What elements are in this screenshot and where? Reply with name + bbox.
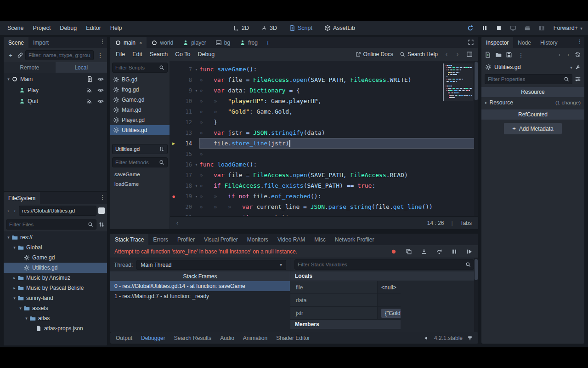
- dock-menu-icon[interactable]: ⋮: [575, 37, 584, 46]
- workspace-3d[interactable]: 3D: [261, 25, 277, 31]
- code-minimap[interactable]: [443, 63, 473, 101]
- resource-group-row[interactable]: ▸ Resource (1 change): [481, 97, 584, 108]
- stack-frame[interactable]: 0 - res://Global/Utilities.gd:14 - at fu…: [110, 281, 290, 291]
- collapse-icon[interactable]: ▾: [11, 245, 17, 250]
- record-button[interactable]: [389, 247, 398, 256]
- filter-scripts-input[interactable]: [115, 65, 157, 70]
- property-filter-input[interactable]: [488, 76, 562, 82]
- scene-tree-row[interactable]: Quit: [4, 96, 107, 107]
- code-line[interactable]: 15»: [170, 149, 478, 159]
- dock-menu-icon[interactable]: ⋮: [98, 37, 107, 46]
- variables-scrollbar-thumb[interactable]: [475, 259, 478, 280]
- history-back-icon[interactable]: ‹: [6, 207, 11, 214]
- filter-options-icon[interactable]: [575, 76, 581, 82]
- resource-menu-icon[interactable]: ⋮: [516, 50, 526, 59]
- run-replay-button[interactable]: [466, 23, 475, 33]
- code-line[interactable]: 13»var jstr = JSON.stringify(data): [170, 127, 478, 138]
- expand-icon[interactable]: ▸: [11, 286, 17, 290]
- code-line[interactable]: 8»var file = FileAccess.open(SAVE_PATH, …: [170, 75, 478, 85]
- menu-editor[interactable]: Editor: [86, 25, 101, 31]
- script-list-item[interactable]: Player.gd: [110, 115, 170, 125]
- file-filter-input[interactable]: [9, 222, 86, 227]
- tab-history[interactable]: History: [536, 37, 562, 48]
- bottom-tab-shader-editor[interactable]: Shader Editor: [276, 335, 310, 341]
- current-script-box[interactable]: Utilities.gd: [112, 144, 168, 154]
- dock-menu-icon[interactable]: ⋮: [98, 192, 107, 201]
- save-resource-icon[interactable]: [506, 52, 512, 58]
- fold-arrow-icon[interactable]: ▾: [193, 184, 199, 188]
- eye-button[interactable]: [97, 86, 104, 94]
- inspector-back-icon[interactable]: ‹: [557, 52, 562, 58]
- script-list-item[interactable]: Game.gd: [110, 95, 170, 105]
- fold-arrow-icon[interactable]: ▾: [193, 67, 199, 72]
- tab-node[interactable]: Node: [513, 37, 536, 48]
- renderer-select[interactable]: Forward+ ▾: [554, 25, 582, 31]
- filter-methods-input[interactable]: [115, 160, 157, 165]
- bottom-tab-debugger[interactable]: Debugger: [141, 335, 165, 341]
- online-docs-button[interactable]: Online Docs: [356, 51, 393, 58]
- fs-tree-row[interactable]: ▾assets: [4, 303, 107, 313]
- code-scrollbar[interactable]: [474, 61, 478, 216]
- bottom-tab-output[interactable]: Output: [116, 335, 132, 341]
- breakpoint-icon[interactable]: ●: [170, 194, 177, 199]
- workspace-2d[interactable]: 2D: [233, 25, 249, 31]
- inspector-forward-icon[interactable]: ›: [566, 52, 571, 58]
- expand-icon[interactable]: ▸: [11, 276, 17, 280]
- search-help-button[interactable]: Search Help: [400, 51, 438, 58]
- debugger-tab-stack-trace[interactable]: Stack Trace: [110, 234, 148, 245]
- debugger-tab-video-ram[interactable]: Video RAM: [273, 234, 310, 245]
- scene-tree-row[interactable]: ▾Main: [4, 74, 107, 85]
- run-film-button[interactable]: [537, 23, 546, 33]
- scene-tab-frog[interactable]: frog: [235, 37, 262, 48]
- code-line[interactable]: 16▾func loadGame():: [170, 159, 478, 170]
- add-node-button[interactable]: +: [6, 51, 15, 60]
- menu-project[interactable]: Project: [33, 25, 51, 31]
- scene-tree-menu-icon[interactable]: ⋮: [96, 51, 105, 60]
- executing-line-icon[interactable]: ▶: [170, 141, 177, 146]
- add-metadata-button[interactable]: + Add Metadata: [504, 123, 561, 134]
- collapse-icon[interactable]: ▾: [23, 316, 29, 321]
- instance-scene-icon[interactable]: [17, 52, 23, 58]
- code-line[interactable]: 18▾»if FileAccess.file_exists(SAVE_PATH)…: [170, 180, 478, 191]
- toggle-scripts-panel-icon[interactable]: [466, 51, 473, 58]
- step-over-button[interactable]: [435, 247, 444, 256]
- stack-frame[interactable]: 1 - res://Main.gd:7 - at function: _read…: [110, 291, 290, 301]
- code-line[interactable]: 9▾»var data: Dictionary = {: [170, 85, 478, 96]
- debugger-tab-profiler[interactable]: Profiler: [173, 234, 199, 245]
- add-scene-button[interactable]: +: [262, 37, 273, 48]
- collapse-icon[interactable]: ▾: [17, 306, 23, 310]
- current-path-input[interactable]: [22, 208, 93, 213]
- script-list-item[interactable]: Main.gd: [110, 105, 170, 115]
- fs-tree-row[interactable]: ▾res://: [4, 232, 107, 242]
- code-line[interactable]: ▶14»file.store_line(jstr): [170, 138, 478, 149]
- method-list-item[interactable]: loadGame: [110, 179, 170, 189]
- debugger-tab-network-profiler[interactable]: Network Profiler: [330, 234, 379, 245]
- code-line[interactable]: 11»»"Gold": Game.Gold,: [170, 106, 478, 117]
- menu-help[interactable]: Help: [110, 25, 122, 31]
- code-line[interactable]: 7▾func saveGame():: [170, 64, 478, 75]
- code-editor[interactable]: 7▾func saveGame():8»var file = FileAcces…: [170, 61, 478, 229]
- continue-button[interactable]: [465, 247, 474, 256]
- run-clapper-button[interactable]: [523, 23, 532, 33]
- variable-value[interactable]: Dictionary (size 2): [401, 288, 478, 332]
- signal-button[interactable]: [86, 98, 93, 105]
- local-button[interactable]: Local: [56, 62, 107, 73]
- signal-button[interactable]: [86, 86, 93, 94]
- bottom-tab-animation[interactable]: Animation: [243, 335, 267, 341]
- fold-arrow-icon[interactable]: ▾: [193, 162, 199, 167]
- variables-scrollbar[interactable]: [474, 258, 478, 332]
- toggle-split-mode-button[interactable]: [98, 207, 105, 214]
- bottom-tab-audio[interactable]: Audio: [220, 335, 234, 341]
- load-resource-icon[interactable]: [495, 52, 502, 58]
- fs-tree-row[interactable]: ▾atlas: [4, 313, 107, 323]
- tab-scene[interactable]: Scene: [4, 37, 28, 48]
- tab-import[interactable]: Import: [28, 37, 53, 48]
- sort-methods-icon[interactable]: [159, 146, 164, 152]
- tab-inspector[interactable]: Inspector: [481, 37, 513, 48]
- menu-debug[interactable]: Debug: [60, 25, 77, 31]
- sort-icon[interactable]: [98, 221, 105, 228]
- script-list-item[interactable]: frog.gd: [110, 85, 170, 95]
- scene-tab-main[interactable]: main×: [110, 37, 147, 48]
- fs-tree-row[interactable]: ▾Global: [4, 242, 107, 253]
- debugger-tab-errors[interactable]: Errors: [148, 234, 173, 245]
